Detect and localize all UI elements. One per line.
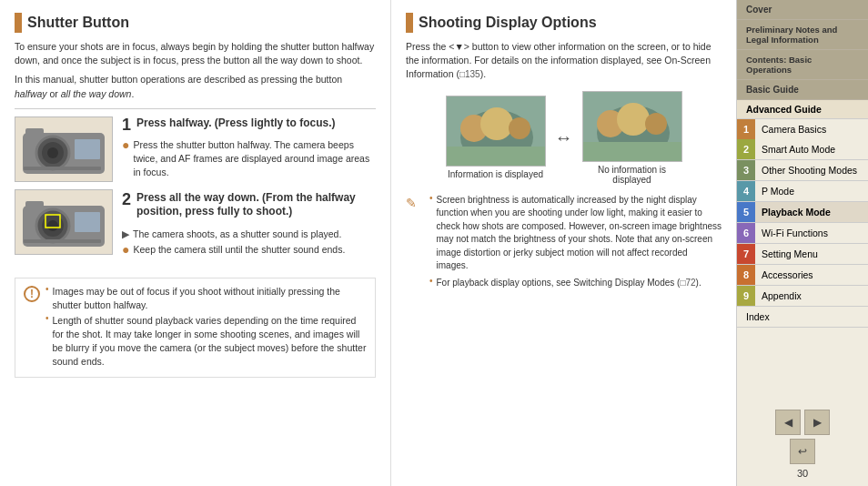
svg-point-24 (617, 103, 650, 136)
sidebar-num-7: 7 (737, 244, 755, 264)
section-bar-left (15, 13, 22, 33)
sidebar-label-2: Smart Auto Mode (755, 139, 868, 159)
step-1-block: 1 Press halfway. (Press lightly to focus… (122, 116, 376, 182)
sidebar-num-3: 3 (737, 160, 755, 180)
photo-with-info: 1/250 F5.6 ISO100 ■■■■□ Information is d… (446, 96, 546, 179)
warning-box: ! • Images may be out of focus if you sh… (15, 278, 376, 378)
warning-text: • Images may be out of focus if you shoo… (45, 285, 367, 370)
home-button[interactable]: ↩ (790, 439, 815, 464)
sidebar-prelim[interactable]: Preliminary Notes and Legal Information (737, 20, 868, 50)
warning-bullet-1: • Images may be out of focus if you shoo… (45, 285, 367, 311)
sidebar-num-6: 6 (737, 223, 755, 243)
step-2-arrow: ▶ The camera shoots, as a shutter sound … (122, 228, 376, 241)
sidebar-item-other-shooting[interactable]: 3 Other Shooting Modes (737, 160, 868, 181)
next-button[interactable]: ▶ (804, 410, 830, 435)
shooting-intro: Press the <▼> button to view other infor… (406, 40, 722, 82)
svg-rect-5 (75, 139, 100, 159)
step-2-number: 2 (122, 191, 131, 208)
nav-row: ◀ ▶ (775, 410, 830, 435)
sidebar-label-9: Appendix (755, 286, 868, 306)
sidebar-item-accessories[interactable]: 8 Accessories (737, 265, 868, 286)
camera-image-1 (15, 116, 113, 182)
svg-rect-1 (25, 128, 44, 137)
sidebar-num-1: 1 (737, 119, 755, 139)
note-box: ✎ • Screen brightness is automatically i… (406, 194, 722, 293)
svg-point-18 (480, 107, 513, 140)
svg-rect-8 (25, 201, 44, 210)
sidebar-label-4: P Mode (755, 181, 868, 201)
sidebar-label-1: Camera Basics (755, 119, 868, 139)
sidebar-contents[interactable]: Contents: Basic Operations (737, 50, 868, 80)
shutter-title: Shutter Button (27, 15, 129, 31)
svg-point-19 (509, 117, 530, 139)
sidebar-item-setting-menu[interactable]: 7 Setting Menu (737, 244, 868, 265)
camera-images (15, 116, 113, 268)
sidebar-advanced-guide: Advanced Guide (737, 100, 868, 119)
section-bar-right (406, 13, 413, 33)
note-content: • Screen brightness is automatically inc… (429, 194, 722, 293)
left-panel: Shutter Button To ensure your shots are … (0, 0, 391, 486)
sidebar-item-playback[interactable]: 5 Playback Mode (737, 202, 868, 223)
step-2-block: 2 Press all the way down. (From the half… (122, 191, 376, 260)
sidebar-label-3: Other Shooting Modes (755, 160, 868, 180)
sidebar-cover[interactable]: Cover (737, 0, 868, 20)
sidebar-num-9: 9 (737, 286, 755, 306)
step-2-bullet: ● Keep the camera still until the shutte… (122, 243, 376, 257)
photo-info-hidden (582, 91, 682, 162)
photo-1-label: Information is displayed (448, 169, 543, 179)
sidebar-label-6: Wi-Fi Functions (755, 223, 868, 243)
intro-text-1: To ensure your shots are in focus, alway… (15, 40, 376, 67)
sidebar-num-2: 2 (737, 139, 755, 159)
shooting-title: Shooting Display Options (419, 15, 597, 31)
sidebar: Cover Preliminary Notes and Legal Inform… (737, 0, 868, 486)
sidebar-num-8: 8 (737, 265, 755, 285)
note-pencil-icon: ✎ (406, 194, 424, 212)
step-1-bullet: ● Press the shutter button halfway. The … (122, 138, 376, 178)
sidebar-item-smart-auto[interactable]: 2 Smart Auto Mode (737, 139, 868, 160)
sidebar-index[interactable]: Index (737, 307, 868, 328)
steps-area: 1 Press halfway. (Press lightly to focus… (15, 116, 376, 268)
svg-rect-6 (24, 167, 101, 170)
sidebar-basic-guide[interactable]: Basic Guide (737, 80, 868, 100)
svg-rect-20 (447, 147, 546, 167)
page-number: 30 (797, 468, 808, 479)
svg-rect-12 (75, 212, 100, 232)
sidebar-item-camera-basics[interactable]: 1 Camera Basics (737, 119, 868, 139)
sidebar-label-5: Playback Mode (755, 202, 868, 222)
photo-2-label: No information is displayed (582, 165, 682, 185)
note-2: • For playback display options, see Swit… (429, 277, 722, 290)
shutter-section-header: Shutter Button (15, 13, 376, 33)
warning-icon: ! (24, 286, 40, 302)
steps-text: 1 Press halfway. (Press lightly to focus… (122, 116, 376, 268)
sidebar-num-4: 4 (737, 181, 755, 201)
step-1-number: 1 (122, 116, 131, 133)
intro-text-2: In this manual, shutter button operation… (15, 73, 376, 100)
nav-buttons: ◀ ▶ ↩ 30 (737, 402, 868, 486)
svg-point-4 (47, 147, 58, 158)
step-1-title: Press halfway. (Press lightly to focus.) (136, 116, 336, 131)
photo-info-displayed: 1/250 F5.6 ISO100 ■■■■□ (446, 96, 546, 167)
sidebar-num-5: 5 (737, 202, 755, 222)
sidebar-item-wifi[interactable]: 6 Wi-Fi Functions (737, 223, 868, 244)
sidebar-label-8: Accessories (755, 265, 868, 285)
display-images-row: 1/250 F5.6 ISO100 ■■■■□ Information is d… (406, 91, 722, 185)
note-1: • Screen brightness is automatically inc… (429, 194, 722, 273)
sidebar-item-p-mode[interactable]: 4 P Mode (737, 181, 868, 202)
svg-point-11 (47, 220, 58, 231)
svg-rect-26 (583, 142, 682, 162)
prev-button[interactable]: ◀ (775, 410, 801, 435)
photo-no-info: No information is displayed (582, 91, 682, 185)
step-2-title: Press all the way down. (From the halfwa… (136, 191, 376, 219)
svg-point-25 (645, 113, 667, 135)
camera-image-2 (15, 189, 113, 255)
warning-bullet-2: • Length of shutter sound playback varie… (45, 314, 367, 368)
arrow-between-photos: ↔ (555, 127, 573, 148)
divider-1 (15, 108, 376, 109)
shooting-section-header: Shooting Display Options (406, 13, 722, 33)
svg-rect-13 (24, 239, 101, 243)
right-panel: Shooting Display Options Press the <▼> b… (391, 0, 737, 486)
sidebar-label-7: Setting Menu (755, 244, 868, 264)
sidebar-item-appendix[interactable]: 9 Appendix (737, 286, 868, 307)
